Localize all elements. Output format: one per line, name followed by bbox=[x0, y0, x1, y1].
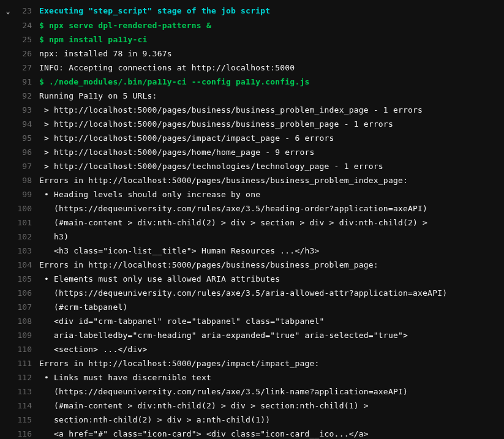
log-output: ⌄23Executing "step_script" stage of the … bbox=[0, 0, 504, 439]
chevron-down-icon bbox=[0, 173, 16, 174]
log-text: Errors in http://localhost:5000/pages/bu… bbox=[39, 258, 504, 272]
chevron-down-icon bbox=[0, 314, 16, 315]
log-text: > http://localhost:5000/pages/business/b… bbox=[39, 103, 504, 117]
log-text: npx: installed 78 in 9.367s bbox=[39, 47, 504, 61]
line-number[interactable]: 100 bbox=[16, 201, 39, 216]
log-text: (https://dequeuniversity.com/rules/axe/3… bbox=[39, 201, 504, 216]
line-number[interactable]: 109 bbox=[16, 328, 39, 342]
log-text: $ npm install pa11y-ci bbox=[39, 32, 504, 47]
line-number[interactable]: 111 bbox=[16, 356, 39, 370]
log-text: (#crm-tabpanel) bbox=[39, 300, 504, 314]
log-text: Errors in http://localhost:5000/pages/bu… bbox=[39, 173, 504, 187]
line-number[interactable]: 113 bbox=[16, 385, 39, 399]
log-text: <div id="crm-tabpanel" role="tabpanel" c… bbox=[39, 314, 504, 328]
chevron-down-icon bbox=[0, 328, 16, 329]
line-number[interactable]: 95 bbox=[16, 131, 39, 145]
line-number[interactable]: 23 bbox=[16, 4, 39, 18]
log-line: 91$ ./node_modules/.bin/pa11y-ci --confi… bbox=[0, 75, 504, 89]
chevron-down-icon bbox=[0, 258, 16, 258]
log-line: 108 <div id="crm-tabpanel" role="tabpane… bbox=[0, 314, 504, 328]
log-text: aria-labelledby="crm-heading" aria-expan… bbox=[39, 328, 504, 342]
log-line: 106 (https://dequeuniversity.com/rules/a… bbox=[0, 286, 504, 300]
line-number[interactable]: 105 bbox=[16, 272, 39, 286]
log-line: 94 > http://localhost:5000/pages/busines… bbox=[0, 117, 504, 131]
line-number[interactable]: 114 bbox=[16, 399, 39, 413]
log-line: 99 • Heading levels should only increase… bbox=[0, 187, 504, 201]
log-line: 112 • Links must have discernible text bbox=[0, 370, 504, 385]
log-line: 93 > http://localhost:5000/pages/busines… bbox=[0, 103, 504, 117]
log-text: • Elements must only use allowed ARIA at… bbox=[39, 272, 504, 286]
chevron-down-icon bbox=[0, 342, 16, 343]
chevron-down-icon bbox=[0, 300, 16, 301]
chevron-down-icon bbox=[0, 427, 16, 427]
line-number[interactable]: 97 bbox=[16, 159, 39, 173]
chevron-down-icon bbox=[0, 370, 16, 371]
chevron-down-icon bbox=[0, 32, 16, 33]
log-text: (https://dequeuniversity.com/rules/axe/3… bbox=[39, 385, 504, 399]
chevron-down-icon bbox=[0, 187, 16, 188]
log-line: 24$ npx serve dpl-rendered-patterns & bbox=[0, 18, 504, 32]
line-number[interactable]: 27 bbox=[16, 61, 39, 75]
log-line: 27INFO: Accepting connections at http://… bbox=[0, 61, 504, 75]
chevron-down-icon bbox=[0, 286, 16, 287]
line-number[interactable]: 107 bbox=[16, 300, 39, 314]
line-number[interactable]: 24 bbox=[16, 18, 39, 32]
log-line: 109 aria-labelledby="crm-heading" aria-e… bbox=[0, 328, 504, 342]
chevron-down-icon bbox=[0, 413, 16, 413]
chevron-down-icon bbox=[0, 272, 16, 272]
line-number[interactable]: 91 bbox=[16, 75, 39, 89]
log-line: 26npx: installed 78 in 9.367s bbox=[0, 47, 504, 61]
chevron-down-icon bbox=[0, 117, 16, 118]
line-number[interactable]: 92 bbox=[16, 89, 39, 103]
line-number[interactable]: 103 bbox=[16, 244, 39, 258]
line-number[interactable]: 106 bbox=[16, 286, 39, 300]
line-number[interactable]: 98 bbox=[16, 173, 39, 187]
line-number[interactable]: 112 bbox=[16, 370, 39, 385]
log-line: 113 (https://dequeuniversity.com/rules/a… bbox=[0, 385, 504, 399]
line-number[interactable]: 93 bbox=[16, 103, 39, 117]
line-number[interactable]: 102 bbox=[16, 230, 39, 244]
log-text: <h3 class="icon-list__title"> Human Reso… bbox=[39, 244, 504, 258]
chevron-down-icon bbox=[0, 103, 16, 103]
chevron-down-icon bbox=[0, 18, 16, 19]
chevron-down-icon bbox=[0, 244, 16, 244]
log-line: 98Errors in http://localhost:5000/pages/… bbox=[0, 173, 504, 187]
log-line: 92Running Pa11y on 5 URLs: bbox=[0, 89, 504, 103]
chevron-down-icon bbox=[0, 61, 16, 61]
log-text: (https://dequeuniversity.com/rules/axe/3… bbox=[39, 286, 504, 300]
chevron-down-icon bbox=[0, 75, 16, 75]
log-text: • Heading levels should only increase by… bbox=[39, 187, 504, 201]
log-text: > http://localhost:5000/pages/home/home_… bbox=[39, 145, 504, 159]
line-number[interactable]: 25 bbox=[16, 32, 39, 47]
log-text: $ npx serve dpl-rendered-patterns & bbox=[39, 18, 504, 32]
log-line: 96 > http://localhost:5000/pages/home/ho… bbox=[0, 145, 504, 159]
log-line: 102 h3) bbox=[0, 230, 504, 244]
line-number[interactable]: 99 bbox=[16, 187, 39, 201]
line-number[interactable]: 116 bbox=[16, 427, 39, 439]
log-line: 116 <a href="#" class="icon-card"> <div … bbox=[0, 427, 504, 439]
log-line: 97 > http://localhost:5000/pages/technol… bbox=[0, 159, 504, 173]
line-number[interactable]: 26 bbox=[16, 47, 39, 61]
chevron-down-icon[interactable]: ⌄ bbox=[0, 4, 16, 18]
line-number[interactable]: 110 bbox=[16, 342, 39, 356]
log-text: <a href="#" class="icon-card"> <div clas… bbox=[39, 427, 504, 439]
chevron-down-icon bbox=[0, 356, 16, 357]
log-line: 114 (#main-content > div:nth-child(2) > … bbox=[0, 399, 504, 413]
log-line: 107 (#crm-tabpanel) bbox=[0, 300, 504, 314]
log-text: > http://localhost:5000/pages/technologi… bbox=[39, 159, 504, 173]
chevron-down-icon bbox=[0, 145, 16, 146]
line-number[interactable]: 101 bbox=[16, 216, 39, 230]
chevron-down-icon bbox=[0, 399, 16, 399]
line-number[interactable]: 94 bbox=[16, 117, 39, 131]
log-line: 103 <h3 class="icon-list__title"> Human … bbox=[0, 244, 504, 258]
log-line: 105 • Elements must only use allowed ARI… bbox=[0, 272, 504, 286]
log-text: section:nth-child(2) > div > a:nth-child… bbox=[39, 413, 504, 427]
line-number[interactable]: 108 bbox=[16, 314, 39, 328]
log-text: INFO: Accepting connections at http://lo… bbox=[39, 61, 504, 75]
log-line: 110 <section> ...</div> bbox=[0, 342, 504, 356]
line-number[interactable]: 115 bbox=[16, 413, 39, 427]
line-number[interactable]: 96 bbox=[16, 145, 39, 159]
log-text: <section> ...</div> bbox=[39, 342, 504, 356]
line-number[interactable]: 104 bbox=[16, 258, 39, 272]
log-line: 25$ npm install pa11y-ci bbox=[0, 32, 504, 47]
